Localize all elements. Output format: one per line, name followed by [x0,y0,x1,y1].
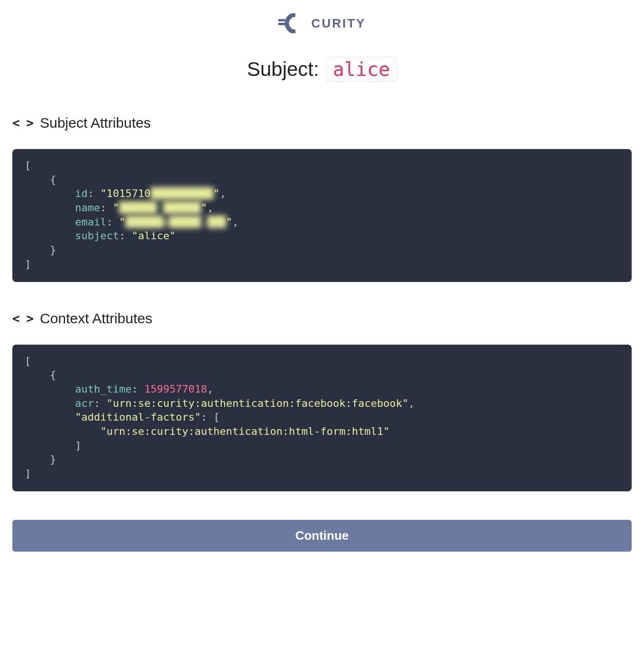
subject-attributes-heading-text: Subject Attributes [40,115,151,131]
svg-rect-1 [278,23,287,25]
subject-attributes-heading: < > Subject Attributes [12,115,632,131]
brand-logo: CURITY [278,13,366,33]
continue-button[interactable]: Continue [12,520,632,552]
svg-rect-0 [278,19,285,21]
code-brackets-icon: < > [12,311,33,326]
code-brackets-icon: < > [12,116,33,130]
context-attributes-heading-text: Context Attributes [40,310,152,327]
brand-name: CURITY [312,16,366,31]
page-title: Subject: alice [0,57,644,82]
context-attributes-code: [ { auth_time: 1599577018, acr: "urn:se:… [12,345,632,491]
subject-value: alice [326,57,397,82]
subject-label: Subject: [247,58,319,81]
curity-logo-icon [278,13,305,33]
context-attributes-heading: < > Context Attributes [12,310,632,327]
subject-attributes-code: [ { id: "1015710██████████", name: "████… [12,149,632,282]
